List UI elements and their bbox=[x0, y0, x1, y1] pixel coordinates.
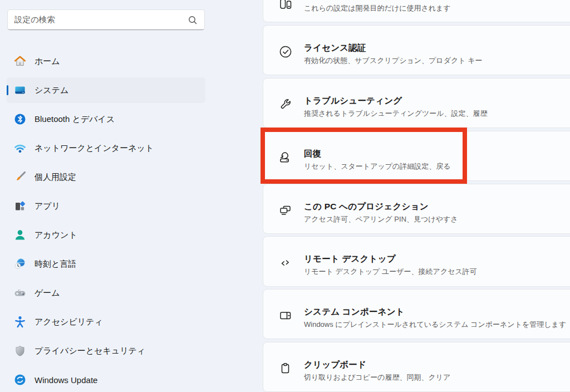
sidebar-item-label: アプリ bbox=[35, 201, 60, 212]
sidebar-item-network-internet[interactable]: ネットワークとインターネット bbox=[7, 135, 205, 161]
sidebar-item-privacy-security[interactable]: プライバシーとセキュリティ bbox=[7, 338, 205, 364]
account-icon bbox=[13, 228, 27, 242]
card-subtitle: 有効化の状態、サブスクリプション、プロダクト キー bbox=[304, 56, 483, 65]
gaming-icon bbox=[13, 286, 27, 300]
card-title: ライセンス認証 bbox=[304, 42, 483, 53]
accessibility-icon bbox=[13, 315, 27, 329]
clipboard-icon bbox=[278, 361, 293, 376]
card-subtitle: 推奨されるトラブルシューティングツール、設定、履歴 bbox=[304, 109, 488, 118]
system-icon bbox=[13, 84, 27, 97]
sidebar-item-label: 個人用設定 bbox=[35, 172, 76, 183]
settings-sidebar: 設定の検索 ホーム bbox=[0, 0, 256, 392]
sidebar-item-label: プライバシーとセキュリティ bbox=[35, 346, 145, 356]
settings-card-list: これらの設定は開発目的だけに使用されます ライセンス認証 有効化の状態、サブスク… bbox=[263, 0, 570, 392]
network-icon bbox=[13, 141, 27, 155]
troubleshooting-icon bbox=[278, 97, 293, 112]
card-subtitle: リセット、スタートアップの詳細設定、戻る bbox=[304, 161, 451, 171]
settings-card-remote-desktop[interactable]: リモート デスクトップ リモート デスクトップ ユーザー、接続アクセス許可 bbox=[263, 236, 570, 287]
settings-card-troubleshooting[interactable]: トラブルシューティング 推奨されるトラブルシューティングツール、設定、履歴 bbox=[263, 78, 570, 128]
card-subtitle: アクセス許可、ペアリング PIN、見つけやすさ bbox=[304, 214, 458, 224]
selected-accent-pill bbox=[7, 85, 8, 95]
settings-card-activation[interactable]: ライセンス認証 有効化の状態、サブスクリプション、プロダクト キー bbox=[263, 25, 570, 75]
sidebar-item-label: ネットワークとインターネット bbox=[35, 143, 154, 154]
projection-icon bbox=[278, 203, 293, 218]
settings-card-developer[interactable]: これらの設定は開発目的だけに使用されます bbox=[263, 0, 570, 22]
developer-icon bbox=[278, 0, 293, 13]
sidebar-item-system[interactable]: システム bbox=[7, 77, 205, 103]
card-title: この PC へのプロジェクション bbox=[304, 201, 458, 212]
card-title: クリップボード bbox=[304, 359, 450, 370]
sidebar-item-label: ホーム bbox=[35, 56, 60, 67]
sidebar-item-label: アクセシビリティ bbox=[35, 317, 103, 327]
settings-card-recovery[interactable]: 回復 リセット、スタートアップの詳細設定、戻る bbox=[263, 131, 570, 181]
windows-update-icon bbox=[13, 373, 27, 386]
sidebar-item-accessibility[interactable]: アクセシビリティ bbox=[7, 309, 205, 335]
bluetooth-icon bbox=[13, 112, 27, 126]
system-components-icon bbox=[278, 308, 293, 323]
settings-card-system-components[interactable]: システム コンポーネント Windows にプレインストールされているシステム … bbox=[263, 289, 570, 339]
recovery-icon bbox=[278, 150, 293, 165]
personalization-icon bbox=[13, 170, 27, 184]
card-subtitle: 切り取りおよびコピーの履歴、同期、クリア bbox=[304, 373, 450, 382]
search-placeholder: 設定の検索 bbox=[14, 14, 188, 25]
sidebar-item-label: 時刻と言語 bbox=[35, 259, 76, 270]
sidebar-item-label: システム bbox=[35, 85, 68, 96]
search-icon[interactable] bbox=[188, 15, 198, 25]
card-title: 回復 bbox=[304, 148, 451, 159]
privacy-icon bbox=[13, 344, 27, 357]
remote-desktop-icon bbox=[278, 256, 293, 271]
sidebar-nav: ホーム システム bbox=[7, 48, 205, 392]
sidebar-item-personalization[interactable]: 個人用設定 bbox=[7, 164, 205, 190]
sidebar-item-home[interactable]: ホーム bbox=[7, 48, 205, 74]
search-input[interactable]: 設定の検索 bbox=[7, 9, 205, 30]
sidebar-item-label: ゲーム bbox=[35, 288, 60, 298]
sidebar-item-time-language[interactable]: 時刻と言語 bbox=[7, 251, 205, 277]
card-title: トラブルシューティング bbox=[304, 95, 488, 106]
card-title: システム コンポーネント bbox=[304, 306, 566, 317]
sidebar-item-label: Windows Update bbox=[35, 375, 97, 385]
sidebar-item-accounts[interactable]: アカウント bbox=[7, 222, 205, 248]
card-title: リモート デスクトップ bbox=[304, 253, 477, 264]
settings-card-projection[interactable]: この PC へのプロジェクション アクセス許可、ペアリング PIN、見つけやすさ bbox=[263, 184, 570, 234]
sidebar-item-gaming[interactable]: ゲーム bbox=[7, 280, 205, 306]
card-subtitle: これらの設定は開発目的だけに使用されます bbox=[304, 3, 451, 13]
card-subtitle: Windows にプレインストールされているシステム コンポーネントを管理します bbox=[304, 320, 566, 329]
sidebar-item-label: アカウント bbox=[35, 230, 77, 241]
activation-icon bbox=[278, 45, 293, 59]
card-subtitle: リモート デスクトップ ユーザー、接続アクセス許可 bbox=[304, 267, 477, 276]
time-language-icon bbox=[13, 257, 27, 271]
apps-icon bbox=[13, 199, 27, 213]
sidebar-item-label: Bluetooth とデバイス bbox=[35, 114, 115, 125]
sidebar-item-windows-update[interactable]: Windows Update bbox=[7, 367, 205, 392]
settings-card-clipboard[interactable]: クリップボード 切り取りおよびコピーの履歴、同期、クリア bbox=[263, 342, 570, 392]
sidebar-item-apps[interactable]: アプリ bbox=[7, 193, 205, 219]
home-icon bbox=[13, 55, 27, 68]
sidebar-item-bluetooth-devices[interactable]: Bluetooth とデバイス bbox=[7, 106, 205, 132]
